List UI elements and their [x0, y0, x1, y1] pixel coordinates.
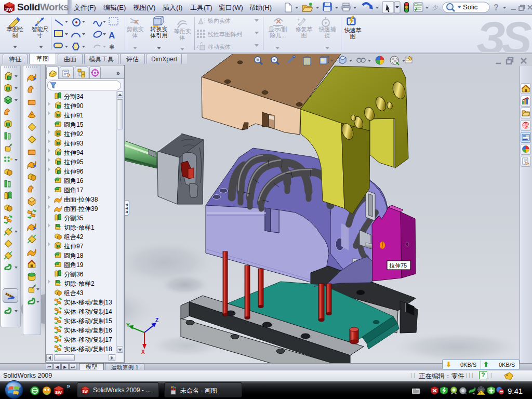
- svg-text:Z: Z: [155, 317, 158, 323]
- svg-text:!: !: [480, 391, 482, 395]
- svg-text:少..: 少..: [433, 4, 442, 10]
- svg-text:Y: Y: [126, 323, 130, 328]
- svg-text:X: X: [141, 349, 145, 355]
- svg-text:拉伸75: 拉伸75: [389, 262, 407, 269]
- svg-text:asdf: asdf: [413, 388, 416, 390]
- svg-text:✱: ✱: [109, 43, 115, 51]
- svg-text:Solic: Solic: [463, 3, 478, 11]
- svg-text:SW: SW: [55, 390, 62, 395]
- svg-text:SW: SW: [5, 7, 13, 12]
- svg-text:SW: SW: [524, 124, 530, 127]
- svg-text:?: ?: [494, 3, 499, 12]
- svg-text:+: +: [297, 17, 300, 22]
- svg-text:SW: SW: [82, 390, 88, 393]
- svg-text:A: A: [109, 31, 115, 41]
- svg-text:9: 9: [37, 20, 39, 25]
